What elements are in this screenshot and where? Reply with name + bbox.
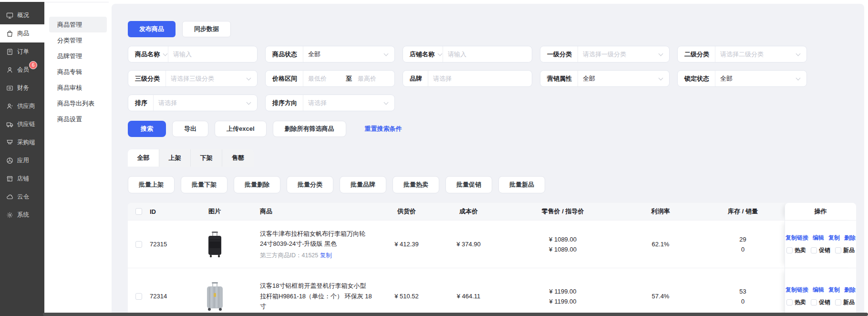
batch-hot-button[interactable]: 批量热卖 [393,176,439,193]
filter-shop-name[interactable]: 店铺名称 请输入 [403,46,532,63]
filter-sort-direction[interactable]: 排序方向 请选择 [265,95,395,111]
promo-checkbox[interactable] [811,299,817,305]
product-name-input[interactable]: 请输入 [168,50,257,59]
sidebar-item-store[interactable]: 店铺 [0,169,44,188]
promo-label: 促销 [819,246,830,254]
table-row: 72315 [128,220,856,268]
submenu-item-brand-management[interactable]: 品牌管理 [49,48,107,64]
chevron-down-icon [384,51,389,56]
batch-brand-button[interactable]: 批量品牌 [340,176,386,193]
promo-checkbox[interactable] [811,247,817,253]
overview-icon [6,12,13,19]
procurement-icon [6,139,13,146]
submenu-item-goods-review[interactable]: 商品审核 [49,80,107,95]
sidebar-item-label: 应用 [17,157,29,165]
publish-product-button[interactable]: 发布商品 [128,21,176,37]
sidebar-item-supply-chain[interactable]: 供应链 [0,115,44,133]
batch-new-button[interactable]: 批量新品 [498,176,545,193]
hot-checkbox[interactable] [786,247,793,253]
tab-on-shelf[interactable]: 上架 [159,149,191,167]
submenu-item-goods-albums[interactable]: 商品专辑 [49,64,107,80]
chevron-down-icon [247,100,251,105]
horizontal-scrollbar[interactable] [43,313,868,316]
copy-link-action[interactable]: 复制链接 [785,234,808,242]
sidebar-item-supplier[interactable]: 供应商 [0,97,44,115]
new-checkbox[interactable] [835,299,841,305]
search-button[interactable]: 搜索 [128,121,166,137]
filter-category-level3[interactable]: 三级分类 请选择三级分类 [128,70,258,87]
batch-delete-button[interactable]: 批量删除 [234,176,280,193]
sidebar-item-label: 财务 [17,84,29,92]
filter-sort[interactable]: 排序 请选择 [128,95,258,111]
upload-excel-button[interactable]: 上传excel [215,121,267,137]
col-id: ID [148,203,186,220]
filter-marketing-attribute[interactable]: 营销属性 全部 [540,70,670,87]
promo-label: 促销 [819,298,830,306]
tab-all[interactable]: 全部 [128,149,159,167]
reset-search-link[interactable]: 重置搜索条件 [365,125,402,133]
members-icon [6,66,13,74]
chevron-down-icon [796,75,801,80]
filter-product-status[interactable]: 商品状态 全部 [265,46,395,63]
batch-on-shelf-button[interactable]: 批量上架 [128,176,175,193]
copy-action[interactable]: 复制 [828,286,840,294]
submenu-item-category-management[interactable]: 分类管理 [49,32,107,48]
submenu-item-goods-settings[interactable]: 商品设置 [49,111,107,127]
tab-sold-out[interactable]: 售罄 [222,149,254,167]
filter-product-name[interactable]: 商品名称 请输入 [128,46,258,63]
sidebar-item-cloud-warehouse[interactable]: 云仓 [0,188,44,206]
chevron-down-icon [796,51,801,56]
primary-sidebar: 概况 商品 订单 会员 6 财务 [0,2,44,316]
hot-label: 热卖 [795,246,806,254]
sidebar-item-system[interactable]: 系统 [0,206,44,224]
filter-lock-status[interactable]: 锁定状态 全部 [677,70,807,87]
copy-third-party-id-link[interactable]: 复制 [320,252,332,259]
sync-data-button[interactable]: 同步数据 [182,21,231,37]
new-checkbox[interactable] [835,247,841,253]
status-tabs: 全部 上架 下架 售罄 [128,149,864,167]
col-operations: 操作 [785,203,856,220]
export-button[interactable]: 导出 [172,121,208,137]
delete-action[interactable]: 删除 [844,286,856,294]
chevron-down-icon [659,51,663,56]
max-price-input[interactable]: 最高价 [353,74,394,83]
delete-filtered-button[interactable]: 删除所有筛选商品 [273,121,346,137]
shop-name-input[interactable]: 请输入 [443,50,532,59]
product-name: 汉客18寸铝框前开盖登机行李箱女小型拉杆箱H9861-18（单位：个） 环保灰 … [260,281,372,311]
filter-price-range[interactable]: 价格区间 最低价 至 最高价 [265,70,395,87]
sidebar-item-overview[interactable]: 概况 [0,6,44,24]
sidebar-item-orders[interactable]: 订单 [0,42,44,61]
stock-value: 53 [739,288,746,295]
hot-label: 热卖 [795,298,806,306]
tab-off-shelf[interactable]: 下架 [191,149,222,167]
sidebar-item-procurement[interactable]: 采购端 [0,133,44,151]
row-checkbox[interactable] [135,241,142,248]
product-id: 72315 [148,221,186,268]
edit-action[interactable]: 编辑 [813,286,824,294]
hot-checkbox[interactable] [786,299,793,305]
min-price-input[interactable]: 最低价 [303,74,345,83]
copy-link-action[interactable]: 复制链接 [785,286,808,294]
sidebar-item-apps[interactable]: 应用 [0,151,44,169]
copy-action[interactable]: 复制 [828,234,840,242]
row-checkbox[interactable] [135,293,142,300]
sidebar-item-label: 供应链 [17,120,35,128]
brand-select[interactable]: 请选择 [428,74,532,83]
cost-price: ¥ 464.11 [432,268,506,316]
sidebar-item-goods[interactable]: 商品 [0,24,44,42]
delete-action[interactable]: 删除 [844,234,856,242]
app-root: 概况 商品 订单 会员 6 财务 [0,0,868,316]
filter-brand[interactable]: 品牌 请选择 [403,70,532,87]
batch-off-shelf-button[interactable]: 批量下架 [181,176,227,193]
submenu-item-goods-export-list[interactable]: 商品导出列表 [49,95,107,111]
sidebar-item-members[interactable]: 会员 6 [0,61,44,79]
edit-action[interactable]: 编辑 [813,234,824,242]
sidebar-item-finance[interactable]: 财务 [0,79,44,97]
batch-category-button[interactable]: 批量分类 [287,176,333,193]
filter-category-level2[interactable]: 二级分类 请选择二级分类 [677,46,807,63]
batch-actions-row: 批量上架 批量下架 批量删除 批量分类 批量品牌 批量热卖 批量促销 批量新品 [128,176,864,193]
batch-promo-button[interactable]: 批量促销 [445,176,492,193]
select-all-checkbox[interactable] [135,208,142,215]
filter-category-level1[interactable]: 一级分类 请选择一级分类 [540,46,670,63]
submenu-item-goods-management[interactable]: 商品管理 [49,17,107,32]
